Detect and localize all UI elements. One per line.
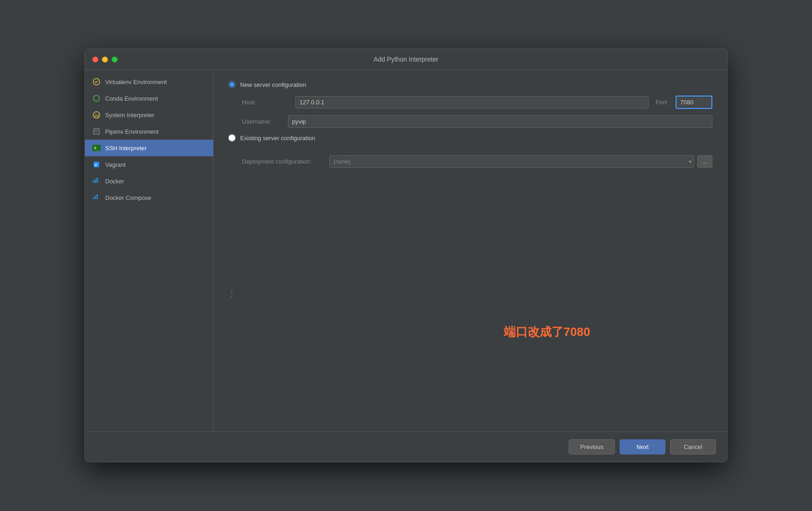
docker-compose-icon — [92, 193, 101, 202]
svg-rect-15 — [93, 198, 94, 199]
deployment-row: Deployment configuration: (none) ▼ ... — [228, 155, 712, 168]
sidebar-label-ssh: SSH Interpreter — [105, 145, 147, 152]
main-area: 端口改成了7080 — [228, 168, 712, 420]
resize-dot-2 — [231, 294, 232, 295]
system-icon: py — [92, 111, 101, 119]
new-server-radio[interactable] — [228, 81, 236, 88]
dialog-body: Virtualenv Environment Conda Environment… — [85, 70, 727, 432]
username-input[interactable] — [288, 115, 712, 128]
svg-rect-14 — [96, 178, 98, 179]
new-server-config-row: New server configuration — [228, 81, 712, 88]
cancel-button[interactable]: Cancel — [670, 439, 716, 454]
host-row: Host: Port: — [228, 96, 712, 109]
close-button[interactable] — [92, 57, 98, 62]
resize-dot-1 — [231, 291, 232, 292]
sidebar-item-conda[interactable]: Conda Environment — [85, 90, 213, 107]
sidebar-label-virtualenv: Virtualenv Environment — [105, 79, 167, 85]
previous-button[interactable]: Previous — [569, 439, 615, 454]
svg-rect-11 — [96, 181, 98, 182]
svg-text:py: py — [95, 113, 99, 118]
dialog-title: Add Python Interpreter — [374, 56, 439, 63]
main-content: New server configuration Host: Port: Use… — [214, 70, 727, 432]
existing-server-label[interactable]: Existing server configuration — [240, 135, 315, 142]
sidebar-item-system[interactable]: py System Interpreter — [85, 107, 213, 123]
minimize-button[interactable] — [102, 57, 108, 62]
dialog: Add Python Interpreter Virtualenv Enviro… — [85, 49, 727, 462]
svg-rect-4 — [94, 129, 99, 134]
next-button[interactable]: Next — [620, 439, 665, 454]
sidebar-item-virtualenv[interactable]: Virtualenv Environment — [85, 74, 213, 90]
title-bar: Add Python Interpreter — [85, 49, 727, 70]
sidebar-item-ssh[interactable]: >_ SSH Interpreter — [85, 140, 213, 156]
ssh-icon: >_ — [92, 144, 101, 152]
port-label: Port: — [656, 99, 668, 106]
port-input[interactable] — [676, 96, 712, 109]
sidebar: Virtualenv Environment Conda Environment… — [85, 70, 214, 432]
sidebar-item-docker-compose[interactable]: Docker Compose — [85, 189, 213, 206]
svg-rect-19 — [96, 196, 98, 197]
conda-icon — [92, 94, 101, 102]
sidebar-label-system: System Interpreter — [105, 112, 154, 119]
browse-button[interactable]: ... — [697, 155, 712, 168]
existing-server-radio[interactable] — [228, 134, 236, 142]
virtualenv-icon — [92, 78, 101, 86]
svg-rect-16 — [95, 198, 96, 199]
host-label: Host: — [242, 99, 288, 106]
resize-dot-3 — [231, 296, 232, 298]
sidebar-label-docker-compose: Docker Compose — [105, 194, 151, 201]
svg-rect-18 — [95, 196, 96, 197]
docker-icon — [92, 177, 101, 185]
sidebar-item-pipenv[interactable]: Pipenv Environment — [85, 123, 213, 140]
sidebar-item-vagrant[interactable]: V Vagrant — [85, 156, 213, 173]
sidebar-label-vagrant: Vagrant — [105, 161, 126, 168]
username-row: Username: — [228, 115, 712, 128]
sidebar-label-docker: Docker — [105, 178, 124, 185]
annotation-text: 端口改成了7080 — [504, 324, 590, 340]
username-label: Username: — [242, 118, 288, 125]
sidebar-label-conda: Conda Environment — [105, 95, 158, 102]
traffic-lights — [92, 57, 118, 62]
new-server-label[interactable]: New server configuration — [240, 81, 306, 88]
maximize-button[interactable] — [112, 57, 118, 62]
svg-rect-20 — [96, 194, 98, 196]
pipenv-icon — [92, 127, 101, 136]
sidebar-item-docker[interactable]: Docker — [85, 173, 213, 189]
dialog-footer: Previous Next Cancel — [85, 432, 727, 462]
resize-handle[interactable] — [228, 289, 235, 300]
deployment-select[interactable]: (none) — [329, 155, 694, 168]
svg-rect-10 — [95, 181, 96, 182]
svg-point-1 — [94, 96, 100, 102]
deployment-label: Deployment configuration: — [242, 158, 325, 165]
host-input[interactable] — [295, 96, 648, 108]
svg-rect-17 — [96, 198, 98, 199]
sidebar-label-pipenv: Pipenv Environment — [105, 128, 158, 135]
existing-server-config-row: Existing server configuration — [228, 134, 712, 142]
vagrant-icon: V — [92, 160, 101, 169]
svg-text:V: V — [95, 163, 97, 167]
